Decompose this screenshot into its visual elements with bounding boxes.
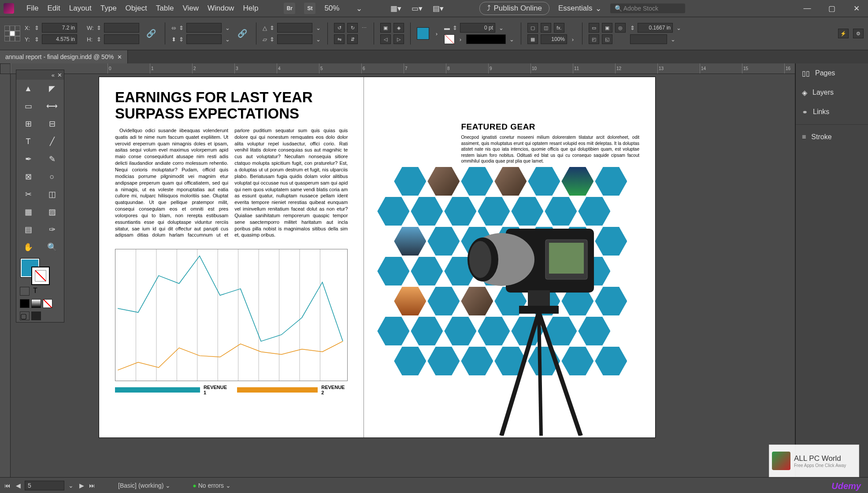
stepper-icon[interactable]: ⇕ [630, 25, 635, 31]
gradient-swatch-tool[interactable]: ▦ [16, 203, 40, 221]
stroke-dropdown-icon[interactable]: › [457, 36, 464, 43]
menu-type[interactable]: Type [100, 4, 117, 13]
collapse-panel-icon[interactable]: « [52, 72, 55, 78]
drop-shadow-icon[interactable]: ◱ [602, 34, 612, 44]
menu-layout[interactable]: Layout [69, 4, 92, 13]
auto-fit-icon[interactable]: ▢ [527, 23, 538, 33]
apply-none-icon[interactable] [43, 299, 52, 308]
select-content-icon[interactable]: ◈ [393, 23, 404, 33]
chevron-down-icon[interactable]: ⌄ [498, 25, 504, 31]
leading-input[interactable]: 0.1667 in [638, 23, 673, 33]
maximize-button[interactable]: ▢ [824, 4, 840, 13]
stepper-icon[interactable]: ⇕ [34, 36, 39, 43]
stroke-weight-input[interactable]: 0 pt [460, 23, 495, 33]
opacity-input[interactable]: 100% [541, 34, 567, 44]
gap-tool[interactable]: ⟷ [40, 97, 64, 115]
menu-table[interactable]: Table [156, 4, 174, 13]
screen-mode-icon[interactable]: ▭▾ [411, 4, 423, 13]
menu-view[interactable]: View [182, 4, 199, 13]
menu-object[interactable]: Object [126, 4, 147, 13]
content-placer-tool[interactable]: ⊟ [40, 115, 64, 133]
preflight-status[interactable]: ● No errors ⌄ [193, 482, 231, 489]
fill-swatch[interactable] [417, 27, 429, 40]
stepper-icon[interactable]: ⇕ [34, 25, 39, 31]
type-tool[interactable]: T [16, 133, 40, 150]
shear-input[interactable] [277, 34, 312, 44]
pages-panel-tab[interactable]: ▯▯Pages [796, 63, 868, 83]
select-next-icon[interactable]: ▷ [393, 34, 404, 44]
view-options-icon[interactable]: ▦▾ [389, 4, 402, 13]
scissors-tool[interactable]: ✂ [16, 185, 40, 203]
w-input[interactable] [104, 23, 139, 33]
pencil-tool[interactable]: ✎ [40, 150, 64, 168]
chevron-down-icon[interactable]: ⌄ [675, 25, 682, 31]
first-page-button[interactable]: ⏮ [4, 482, 11, 489]
gradient-feather-tool[interactable]: ▨ [40, 203, 64, 221]
rotate-menu-icon[interactable]: ⋯ [360, 23, 367, 33]
note-tool[interactable]: ▤ [16, 221, 40, 238]
arrange-docs-icon[interactable]: ▤▾ [432, 4, 444, 13]
minimize-button[interactable]: — [799, 4, 815, 13]
view-mode-preview-icon[interactable] [31, 311, 41, 320]
corner-radius-input[interactable] [630, 34, 667, 44]
rectangle-frame-tool[interactable]: ⊠ [16, 168, 40, 185]
close-tab-icon[interactable]: ✕ [117, 54, 122, 60]
publish-online-button[interactable]: ⤴ Publish Online [479, 2, 549, 15]
chevron-down-icon[interactable]: ⌄ [315, 36, 321, 43]
stepper-icon[interactable]: ⇕ [96, 25, 101, 31]
effects-icon[interactable]: fx. [554, 23, 564, 33]
stepper-icon[interactable]: ⇕ [179, 36, 184, 43]
stepper-icon[interactable]: ⇕ [96, 36, 101, 43]
panel-menu-icon[interactable]: ⚙ [853, 29, 864, 38]
vertical-ruler[interactable] [0, 74, 11, 477]
select-container-icon[interactable]: ▣ [380, 23, 391, 33]
menu-window[interactable]: Window [208, 4, 234, 13]
content-collector-tool[interactable]: ⊞ [16, 115, 40, 133]
prev-page-button[interactable]: ◀ [14, 482, 22, 489]
y-input[interactable]: 4.575 in [42, 34, 77, 44]
text-wrap-bounding-icon[interactable]: ▣ [602, 23, 612, 33]
opacity-dropdown-icon[interactable]: › [570, 36, 576, 43]
chevron-down-icon[interactable]: ⌄ [224, 36, 230, 43]
chevron-down-icon[interactable]: ⌄ [670, 36, 676, 43]
constrain-scale-icon[interactable]: 🔗 [237, 29, 247, 38]
stroke-color-swatch[interactable] [31, 267, 50, 285]
stepper-icon[interactable]: ⇕ [179, 25, 184, 31]
zoom-dropdown[interactable]: 50% ⌄ [324, 4, 362, 13]
ruler-origin[interactable] [0, 63, 11, 74]
flip-h-icon[interactable]: ⇋ [334, 34, 345, 44]
view-mode-normal-icon[interactable]: ▢ [20, 311, 30, 320]
horizontal-ruler[interactable]: 012345678910111213141516 [11, 63, 868, 74]
document-spread[interactable]: EARNINGS FOR LAST YEAR SURPASS EXPECTATI… [99, 77, 656, 438]
corner-options-icon[interactable]: ◰ [589, 34, 599, 44]
text-wrap-shape-icon[interactable]: ◎ [615, 23, 626, 33]
hand-tool[interactable]: ✋ [16, 238, 40, 256]
layers-panel-tab[interactable]: ◈Layers [796, 83, 868, 102]
close-panel-icon[interactable]: ✕ [57, 72, 62, 78]
flip-v-icon[interactable]: ⇵ [347, 34, 358, 44]
chevron-down-icon[interactable]: ⌄ [508, 36, 515, 43]
frame-fitting-icon[interactable]: ◫ [541, 23, 551, 33]
free-transform-tool[interactable]: ◫ [40, 185, 64, 203]
fill-dropdown-icon[interactable]: › [434, 30, 440, 37]
preflight-profile[interactable]: [Basic] (working) ⌄ [118, 482, 171, 489]
ellipse-tool[interactable]: ○ [40, 168, 64, 185]
stock-icon[interactable]: St [304, 3, 315, 14]
reference-point-selector[interactable] [4, 26, 20, 41]
next-page-button[interactable]: ▶ [78, 482, 85, 489]
menu-help[interactable]: Help [243, 4, 258, 13]
text-wrap-none-icon[interactable]: ▭ [589, 23, 599, 33]
links-panel-tab[interactable]: ⚭Links [796, 102, 868, 122]
page-number-input[interactable]: 5 [25, 481, 64, 490]
stroke-swatch[interactable] [444, 34, 455, 44]
stroke-panel-tab[interactable]: ≡Stroke [796, 127, 868, 147]
color-swatches[interactable] [16, 256, 64, 285]
stepper-icon[interactable]: ⇕ [453, 25, 457, 31]
adobe-stock-search[interactable]: 🔍 Adobe Stock [610, 4, 685, 13]
scale-x-input[interactable] [186, 23, 222, 33]
formatting-container-icon[interactable] [20, 287, 30, 296]
close-window-button[interactable]: ✕ [849, 4, 864, 13]
apply-color-icon[interactable] [20, 299, 30, 308]
stepper-icon[interactable]: ⇕ [270, 25, 274, 31]
last-page-button[interactable]: ⏭ [88, 482, 96, 489]
